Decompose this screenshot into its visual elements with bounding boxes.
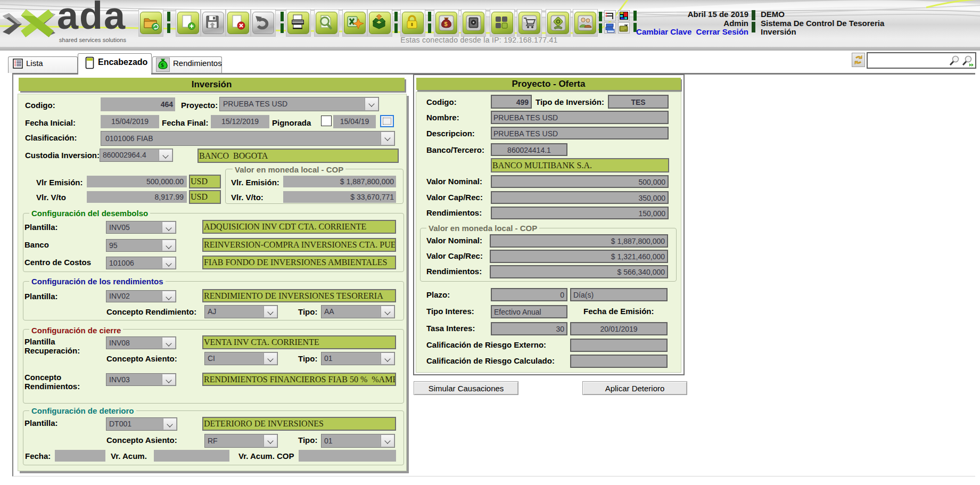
svg-text:$: $ — [161, 62, 164, 68]
svg-text:$: $ — [444, 21, 448, 27]
